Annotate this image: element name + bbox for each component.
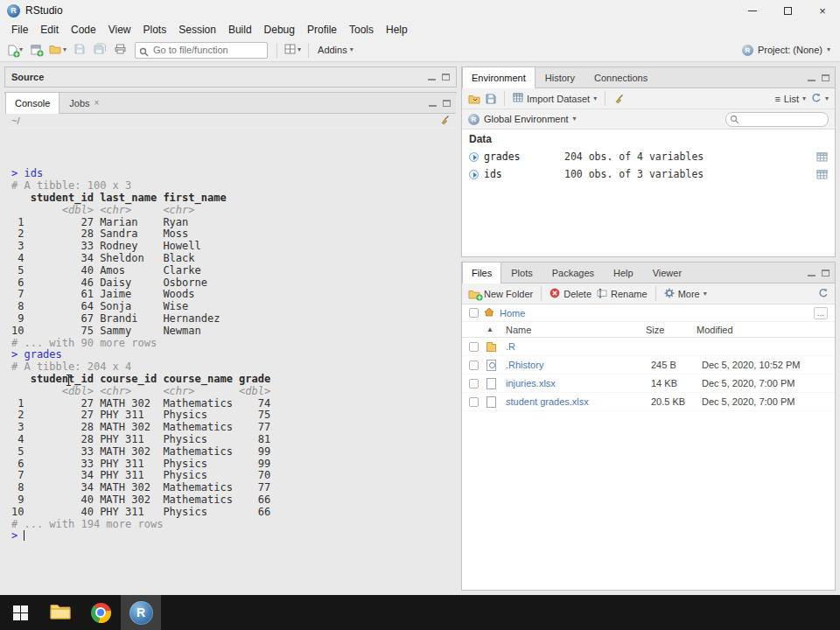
rename-label: Rename	[611, 289, 648, 299]
addins-button[interactable]: Addins ▾	[314, 45, 357, 55]
chevron-down-icon: ▾	[593, 95, 597, 102]
file-checkbox[interactable]	[469, 379, 479, 388]
maximize-pane-icon[interactable]	[822, 74, 830, 81]
menu-item[interactable]: Session	[172, 22, 222, 38]
environment-object-row[interactable]: grades 204 obs. of 4 variables	[462, 148, 835, 165]
minimize-pane-icon[interactable]	[429, 105, 437, 107]
clear-environment-icon[interactable]	[613, 94, 624, 104]
tab-console[interactable]: Console	[5, 93, 60, 114]
file-icon	[486, 396, 496, 408]
file-checkbox[interactable]	[469, 342, 479, 352]
start-button[interactable]	[0, 595, 40, 630]
list-view-selector[interactable]: ≡ List ▾	[774, 94, 806, 104]
save-workspace-button[interactable]	[486, 94, 496, 104]
file-row[interactable]: .R	[462, 338, 835, 356]
goto-file-input[interactable]	[135, 42, 268, 59]
print-button[interactable]	[111, 40, 129, 60]
working-directory[interactable]: ~/	[11, 116, 19, 126]
menu-item[interactable]: Plots	[137, 22, 173, 38]
file-checkbox[interactable]	[469, 397, 479, 407]
file-name-link[interactable]: injuries.xlsx	[506, 378, 556, 388]
new-folder-button[interactable]: New Folder	[468, 289, 533, 299]
menu-item[interactable]: View	[102, 22, 137, 38]
console-line: 1 27 MATH 302 Mathematics 74	[11, 398, 450, 410]
menu-item[interactable]: File	[5, 22, 34, 38]
open-file-button[interactable]: ▾	[47, 40, 68, 60]
tab-help[interactable]: Help	[604, 262, 643, 283]
refresh-environment-button[interactable]: ▾	[811, 93, 829, 105]
menu-item[interactable]: Tools	[343, 22, 380, 38]
project-selector[interactable]: R Project: (None) ▾	[742, 45, 834, 56]
expand-object-icon[interactable]	[469, 152, 479, 162]
file-row[interactable]: student grades.xlsx 20.5 KB Dec 5, 2020,…	[462, 393, 835, 411]
taskbar-chrome[interactable]	[80, 595, 121, 630]
tab-plots[interactable]: Plots	[501, 262, 542, 283]
sort-ascending-icon[interactable]: ▲	[486, 326, 494, 333]
close-button[interactable]: ×	[805, 0, 840, 21]
load-workspace-button[interactable]	[468, 94, 480, 104]
taskbar-rstudio[interactable]: R	[121, 595, 161, 630]
object-name[interactable]: grades	[484, 150, 559, 163]
menu-item[interactable]: Profile	[301, 22, 343, 38]
file-name-link[interactable]: .R	[506, 341, 515, 352]
file-row[interactable]: .Rhistory 245 B Dec 5, 2020, 10:52 PM	[462, 356, 835, 374]
menu-item[interactable]: Debug	[258, 22, 301, 38]
tab-packages[interactable]: Packages	[542, 262, 604, 283]
minimize-pane-icon[interactable]	[428, 79, 436, 80]
refresh-files-icon[interactable]	[818, 288, 829, 300]
console-line: # A tibble: 100 x 3	[11, 180, 450, 192]
minimize-pane-icon[interactable]	[808, 275, 816, 276]
minimize-pane-icon[interactable]	[808, 80, 816, 81]
rename-button[interactable]: Rename	[597, 288, 648, 300]
column-header-size[interactable]: Size	[646, 325, 696, 335]
save-all-button[interactable]	[91, 40, 108, 60]
menu-item[interactable]: Code	[65, 22, 102, 38]
pane-layout-button[interactable]: ▾	[283, 40, 303, 60]
column-header-modified[interactable]: Modified	[696, 325, 828, 335]
console-line: # A tibble: 204 x 4	[11, 361, 450, 374]
menu-item[interactable]: Edit	[34, 22, 65, 38]
import-dataset-button[interactable]: Import Dataset ▾	[513, 93, 597, 104]
file-checkbox[interactable]	[469, 360, 479, 370]
minimize-button[interactable]	[735, 0, 770, 21]
file-row[interactable]: injuries.xlsx 14 KB Dec 5, 2020, 7:00 PM	[462, 374, 835, 393]
environment-search-input[interactable]	[725, 112, 829, 127]
new-project-button[interactable]	[27, 40, 45, 60]
tab-history[interactable]: History	[536, 67, 584, 88]
tab-files[interactable]: Files	[462, 262, 501, 284]
view-table-icon[interactable]	[816, 152, 828, 162]
column-header-name[interactable]: Name	[506, 325, 646, 335]
menu-item[interactable]: Help	[380, 22, 414, 38]
minimize-icon	[748, 10, 757, 11]
environment-object-row[interactable]: ids 100 obs. of 3 variables	[462, 165, 835, 183]
environment-scope-selector[interactable]: Global Environment	[484, 114, 569, 124]
tab-jobs[interactable]: Jobs ×	[60, 93, 108, 113]
tab-connections[interactable]: Connections	[584, 67, 657, 88]
maximize-pane-icon[interactable]	[443, 100, 451, 107]
chrome-icon	[91, 603, 111, 623]
breadcrumb-home-link[interactable]: Home	[500, 308, 525, 318]
new-file-button[interactable]: ▾	[6, 40, 24, 60]
clear-console-icon[interactable]	[439, 115, 450, 127]
maximize-button[interactable]	[770, 0, 805, 21]
tab-close-icon[interactable]: ×	[94, 98, 100, 108]
tab-environment[interactable]: Environment	[462, 67, 536, 88]
list-view-label: List	[784, 94, 799, 104]
taskbar-file-explorer[interactable]	[40, 595, 80, 630]
delete-button[interactable]: Delete	[550, 288, 592, 300]
select-all-checkbox[interactable]	[469, 308, 479, 318]
file-name-link[interactable]: .Rhistory	[506, 360, 543, 370]
menu-item[interactable]: Build	[222, 22, 258, 38]
view-table-icon[interactable]	[816, 170, 828, 179]
object-name[interactable]: ids	[484, 168, 559, 180]
save-button[interactable]	[71, 40, 88, 60]
maximize-pane-icon[interactable]	[442, 74, 450, 80]
file-name-link[interactable]: student grades.xlsx	[506, 396, 589, 407]
console-prompt-line[interactable]: >	[11, 530, 450, 542]
expand-object-icon[interactable]	[469, 170, 479, 179]
breadcrumb-more-button[interactable]: ...	[814, 307, 828, 319]
console-output[interactable]: > ids# A tibble: 100 x 3 student_id last…	[5, 129, 456, 555]
tab-viewer[interactable]: Viewer	[643, 262, 691, 283]
more-button[interactable]: More ▾	[664, 288, 707, 300]
maximize-pane-icon[interactable]	[822, 270, 830, 276]
